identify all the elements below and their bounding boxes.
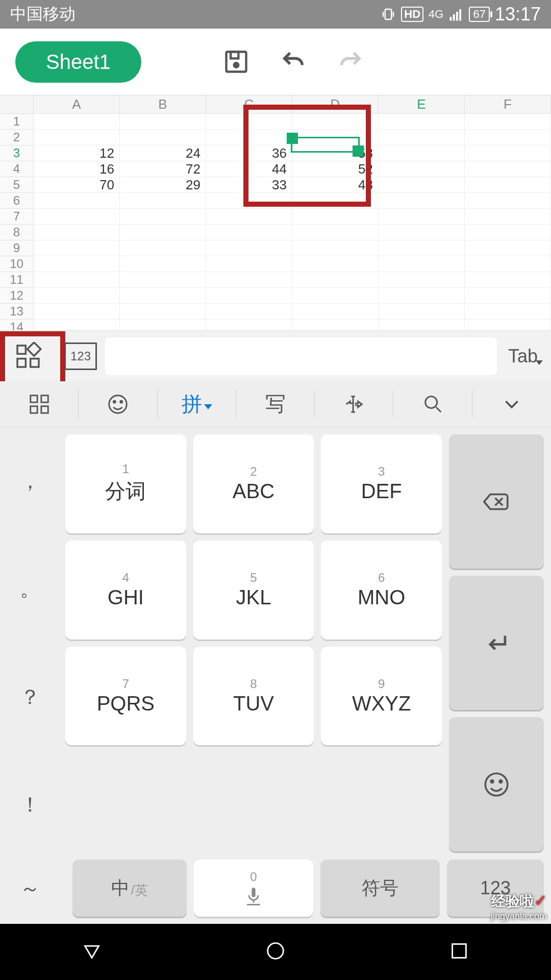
row-header[interactable]: 6 bbox=[0, 193, 34, 209]
cell[interactable] bbox=[34, 114, 120, 130]
row-header[interactable]: 2 bbox=[0, 130, 34, 145]
cell[interactable] bbox=[465, 145, 551, 161]
cell[interactable] bbox=[34, 288, 120, 304]
spreadsheet[interactable]: A B C D E F 1 2 312243658 416724452 5702… bbox=[0, 95, 551, 335]
cell[interactable] bbox=[379, 256, 465, 272]
cell[interactable] bbox=[465, 161, 551, 177]
cell[interactable]: 52 bbox=[292, 161, 379, 177]
cell[interactable] bbox=[206, 114, 292, 130]
cell[interactable] bbox=[292, 240, 379, 256]
cell[interactable]: 70 bbox=[34, 177, 120, 193]
key-5[interactable]: 5JKL bbox=[193, 541, 314, 640]
cell[interactable] bbox=[379, 272, 465, 288]
col-header-c[interactable]: C bbox=[206, 95, 292, 114]
cell[interactable] bbox=[206, 193, 292, 209]
cell[interactable] bbox=[120, 256, 206, 272]
cell[interactable] bbox=[120, 130, 206, 145]
cell[interactable] bbox=[120, 304, 206, 320]
cell[interactable] bbox=[379, 177, 465, 193]
key-exclaim[interactable]: ！ bbox=[0, 751, 60, 859]
cell[interactable] bbox=[292, 209, 379, 225]
key-7[interactable]: 7PQRS bbox=[65, 647, 186, 746]
cell[interactable] bbox=[292, 225, 379, 240]
row-header[interactable]: 9 bbox=[0, 240, 34, 256]
cell[interactable] bbox=[465, 209, 551, 225]
key-lang[interactable]: 中/英 bbox=[72, 860, 187, 917]
key-enter[interactable] bbox=[449, 576, 544, 710]
key-3[interactable]: 3DEF bbox=[321, 434, 442, 533]
cell[interactable] bbox=[120, 225, 206, 240]
cell[interactable] bbox=[120, 240, 206, 256]
kb-apps-icon[interactable] bbox=[0, 381, 79, 427]
cell[interactable] bbox=[34, 130, 120, 145]
numeric-mode-button[interactable]: 123 bbox=[60, 336, 101, 377]
cell[interactable]: 36 bbox=[206, 145, 292, 161]
kb-emoji-icon[interactable] bbox=[79, 381, 157, 427]
cell[interactable] bbox=[379, 209, 465, 225]
keyboard-mode-button[interactable] bbox=[0, 336, 56, 377]
cell[interactable] bbox=[34, 256, 120, 272]
key-4[interactable]: 4GHI bbox=[65, 541, 186, 640]
key-symbols[interactable]: 符号 bbox=[320, 860, 440, 917]
row-header[interactable]: 10 bbox=[0, 256, 34, 272]
key-backspace[interactable] bbox=[449, 434, 544, 569]
cell[interactable] bbox=[292, 193, 379, 209]
col-header-b[interactable]: B bbox=[120, 95, 206, 114]
cell[interactable] bbox=[465, 130, 551, 145]
cell[interactable]: 72 bbox=[120, 161, 206, 177]
cell[interactable] bbox=[379, 193, 465, 209]
cell[interactable] bbox=[292, 288, 379, 304]
cell[interactable] bbox=[206, 225, 292, 240]
row-header[interactable]: 8 bbox=[0, 225, 34, 240]
nav-home-icon[interactable] bbox=[264, 939, 287, 965]
cell[interactable] bbox=[465, 272, 551, 288]
cell[interactable] bbox=[379, 225, 465, 240]
col-header-e[interactable]: E bbox=[379, 95, 465, 114]
cell[interactable] bbox=[34, 209, 120, 225]
save-icon[interactable] bbox=[223, 48, 249, 75]
cell[interactable]: 48 bbox=[292, 177, 379, 193]
cell[interactable] bbox=[379, 240, 465, 256]
row-header[interactable]: 13 bbox=[0, 304, 34, 320]
cell[interactable] bbox=[379, 161, 465, 177]
cell[interactable] bbox=[206, 209, 292, 225]
cell[interactable] bbox=[379, 145, 465, 161]
cell[interactable] bbox=[34, 272, 120, 288]
cell[interactable] bbox=[206, 256, 292, 272]
cell[interactable] bbox=[379, 288, 465, 304]
cell[interactable]: 58 bbox=[292, 145, 379, 161]
cell[interactable] bbox=[379, 304, 465, 320]
cell[interactable] bbox=[465, 225, 551, 240]
cell[interactable] bbox=[465, 288, 551, 304]
nav-back-icon[interactable] bbox=[80, 939, 104, 965]
row-header[interactable]: 3 bbox=[0, 145, 34, 161]
key-emoji[interactable] bbox=[449, 717, 544, 851]
cell[interactable] bbox=[206, 304, 292, 320]
cell[interactable] bbox=[292, 114, 379, 130]
kb-collapse-icon[interactable] bbox=[472, 381, 551, 427]
cell[interactable] bbox=[120, 209, 206, 225]
key-mic[interactable]: 0 bbox=[194, 860, 313, 917]
cell[interactable] bbox=[465, 177, 551, 193]
cell[interactable]: 44 bbox=[206, 161, 292, 177]
cell[interactable] bbox=[120, 114, 206, 130]
row-header[interactable]: 4 bbox=[0, 161, 34, 177]
key-comma[interactable]: ， bbox=[0, 427, 60, 535]
cell[interactable] bbox=[120, 193, 206, 209]
kb-handwrite-tab[interactable]: 写 bbox=[236, 381, 315, 427]
cell[interactable] bbox=[379, 114, 465, 130]
nav-recent-icon[interactable] bbox=[447, 939, 471, 965]
kb-pinyin-tab[interactable]: 拼 bbox=[158, 381, 236, 427]
row-header[interactable]: 7 bbox=[0, 209, 34, 225]
cell[interactable]: 33 bbox=[206, 177, 292, 193]
key-1[interactable]: 1分词 bbox=[65, 434, 186, 533]
cell[interactable] bbox=[465, 193, 551, 209]
tab-button[interactable]: Tab bbox=[501, 346, 545, 367]
cell[interactable] bbox=[379, 130, 465, 145]
cell[interactable] bbox=[292, 272, 379, 288]
key-tilde[interactable]: ～ bbox=[0, 860, 60, 917]
cell[interactable] bbox=[34, 304, 120, 320]
kb-search-icon[interactable] bbox=[393, 381, 472, 427]
cell[interactable]: 24 bbox=[120, 145, 206, 161]
cell[interactable] bbox=[465, 304, 551, 320]
